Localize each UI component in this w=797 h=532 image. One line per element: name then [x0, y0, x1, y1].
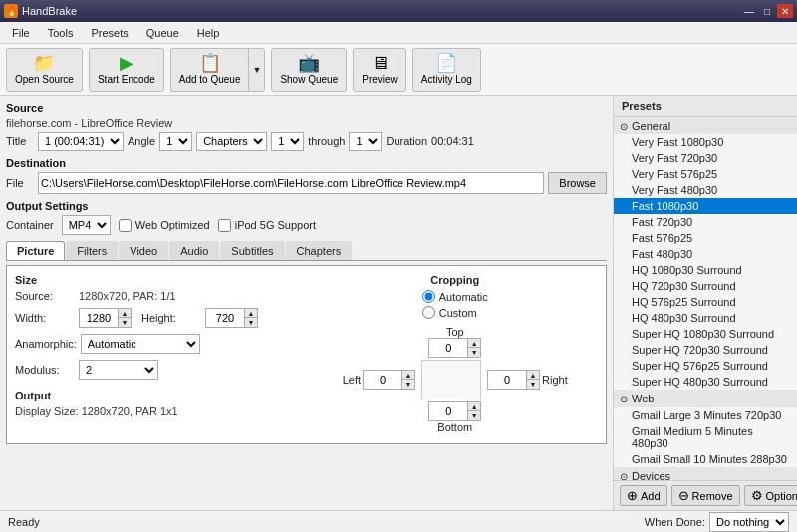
ipod-option[interactable]: iPod 5G Support	[218, 219, 316, 232]
preset-super-hq-480p30[interactable]: Super HQ 480p30 Surround	[614, 374, 797, 390]
right-up-btn[interactable]: ▲	[526, 371, 539, 380]
menu-help[interactable]: Help	[189, 25, 228, 41]
height-spinner[interactable]: ▲ ▼	[205, 308, 258, 328]
bottom-input[interactable]	[429, 402, 467, 420]
left-up-btn[interactable]: ▲	[401, 371, 414, 380]
left-spinner[interactable]: ▲ ▼	[363, 370, 415, 390]
title-select[interactable]: 1 (00:04:31)	[38, 132, 124, 151]
height-input[interactable]	[206, 309, 244, 327]
open-source-button[interactable]: 📁 Open Source	[6, 48, 83, 92]
maximize-button[interactable]: □	[759, 4, 775, 18]
web-optimized-option[interactable]: Web Optimized	[119, 219, 210, 232]
crop-custom-radio[interactable]	[422, 306, 435, 319]
when-done-select[interactable]: Do nothing	[709, 512, 789, 532]
show-queue-button[interactable]: 📺 Show Queue	[271, 48, 347, 92]
remove-preset-button[interactable]: ⊖ Remove	[671, 485, 740, 506]
add-preset-button[interactable]: ⊕ Add	[620, 485, 667, 506]
width-down-btn[interactable]: ▼	[118, 318, 131, 327]
preset-super-hq-1080p30[interactable]: Super HQ 1080p30 Surround	[614, 326, 797, 342]
preset-very-fast-1080p30[interactable]: Very Fast 1080p30	[614, 134, 797, 150]
tab-audio[interactable]: Audio	[169, 241, 219, 260]
source-size-value: 1280x720, PAR: 1/1	[79, 290, 176, 302]
general-expand-icon: ⊙	[620, 121, 628, 132]
close-button[interactable]: ✕	[777, 4, 793, 18]
minimize-button[interactable]: —	[741, 4, 757, 18]
menu-presets[interactable]: Presets	[83, 25, 135, 41]
chapters-type-select[interactable]: Chapters	[196, 132, 267, 151]
menu-queue[interactable]: Queue	[138, 25, 187, 41]
options-preset-button[interactable]: ⚙ Options	[744, 485, 797, 506]
right-input[interactable]	[488, 371, 526, 389]
width-spinner[interactable]: ▲ ▼	[79, 308, 132, 328]
preset-hq-1080p30[interactable]: HQ 1080p30 Surround	[614, 262, 797, 278]
preset-hq-480p30[interactable]: HQ 480p30 Surround	[614, 310, 797, 326]
top-input[interactable]	[429, 339, 467, 357]
preset-group-devices-header[interactable]: ⊙ Devices	[614, 467, 797, 480]
preview-button[interactable]: 🖥 Preview	[353, 48, 406, 92]
crop-auto-option[interactable]: Automatic	[422, 290, 488, 303]
preset-very-fast-480p30[interactable]: Very Fast 480p30	[614, 182, 797, 198]
top-spinner[interactable]: ▲ ▼	[428, 338, 481, 358]
web-optimized-checkbox[interactable]	[119, 219, 132, 232]
height-down-btn[interactable]: ▼	[244, 318, 257, 327]
chapters-end-select[interactable]: 1	[349, 132, 382, 151]
anamorphic-select[interactable]: Automatic	[81, 334, 200, 354]
title-label: Title	[6, 135, 34, 147]
tab-chapters[interactable]: Chapters	[286, 241, 353, 260]
preset-gmail-small[interactable]: Gmail Small 10 Minutes 288p30	[614, 451, 797, 467]
when-done-label: When Done:	[645, 516, 705, 528]
angle-label: Angle	[128, 135, 155, 147]
tab-filters[interactable]: Filters	[66, 241, 118, 260]
width-up-btn[interactable]: ▲	[118, 309, 131, 318]
bottom-spinner[interactable]: ▲ ▼	[428, 401, 481, 421]
presets-scroll[interactable]: ⊙ General Very Fast 1080p30 Very Fast 72…	[614, 117, 797, 480]
browse-button[interactable]: Browse	[548, 172, 607, 194]
add-to-queue-dropdown[interactable]: ▼	[248, 48, 265, 92]
preset-fast-1080p30[interactable]: Fast 1080p30	[614, 198, 797, 214]
status-text: Ready	[8, 516, 40, 528]
tab-video[interactable]: Video	[119, 241, 168, 260]
ipod-checkbox[interactable]	[218, 219, 231, 232]
crop-custom-option[interactable]: Custom	[422, 306, 488, 319]
right-down-btn[interactable]: ▼	[526, 380, 539, 389]
modulus-select[interactable]: 2	[79, 360, 158, 380]
preset-fast-480p30[interactable]: Fast 480p30	[614, 246, 797, 262]
preset-hq-720p30[interactable]: HQ 720p30 Surround	[614, 278, 797, 294]
destination-section: Destination File Browse	[6, 157, 607, 194]
preset-group-general-header[interactable]: ⊙ General	[614, 117, 797, 134]
right-spinner[interactable]: ▲ ▼	[487, 370, 540, 390]
preset-group-web: ⊙ Web Gmail Large 3 Minutes 720p30 Gmail…	[614, 390, 797, 467]
presets-panel: Presets ⊙ General Very Fast 1080p30 Very…	[613, 96, 797, 510]
start-encode-button[interactable]: ▶ Start Encode	[89, 48, 164, 92]
container-select[interactable]: MP4	[62, 215, 111, 235]
menu-file[interactable]: File	[4, 25, 38, 41]
activity-log-button[interactable]: 📄 Activity Log	[412, 48, 481, 92]
left-input[interactable]	[364, 371, 401, 389]
preset-hq-576p25[interactable]: HQ 576p25 Surround	[614, 294, 797, 310]
preset-super-hq-720p30[interactable]: Super HQ 720p30 Surround	[614, 342, 797, 358]
crop-auto-radio[interactable]	[422, 290, 435, 303]
file-path-input[interactable]	[38, 172, 544, 194]
chapters-start-select[interactable]: 1	[271, 132, 304, 151]
height-up-btn[interactable]: ▲	[244, 309, 257, 318]
preset-very-fast-720p30[interactable]: Very Fast 720p30	[614, 150, 797, 166]
tab-subtitles[interactable]: Subtitles	[220, 241, 284, 260]
angle-select[interactable]: 1	[159, 132, 192, 151]
top-down-btn[interactable]: ▼	[467, 348, 480, 357]
preset-group-web-header[interactable]: ⊙ Web	[614, 390, 797, 407]
tab-picture[interactable]: Picture	[6, 241, 65, 260]
preset-gmail-medium[interactable]: Gmail Medium 5 Minutes 480p30	[614, 423, 797, 451]
top-up-btn[interactable]: ▲	[467, 339, 480, 348]
preset-fast-720p30[interactable]: Fast 720p30	[614, 214, 797, 230]
preset-gmail-large[interactable]: Gmail Large 3 Minutes 720p30	[614, 407, 797, 423]
preset-very-fast-576p25[interactable]: Very Fast 576p25	[614, 166, 797, 182]
bottom-down-btn[interactable]: ▼	[467, 411, 480, 420]
add-to-queue-button[interactable]: 📋 Add to Queue	[170, 48, 249, 92]
left-down-btn[interactable]: ▼	[401, 380, 414, 389]
menu-tools[interactable]: Tools	[40, 25, 82, 41]
preset-fast-576p25[interactable]: Fast 576p25	[614, 230, 797, 246]
source-label: Source	[6, 102, 607, 114]
width-input[interactable]	[80, 309, 118, 327]
bottom-up-btn[interactable]: ▲	[467, 402, 480, 411]
preset-super-hq-576p25[interactable]: Super HQ 576p25 Surround	[614, 358, 797, 374]
